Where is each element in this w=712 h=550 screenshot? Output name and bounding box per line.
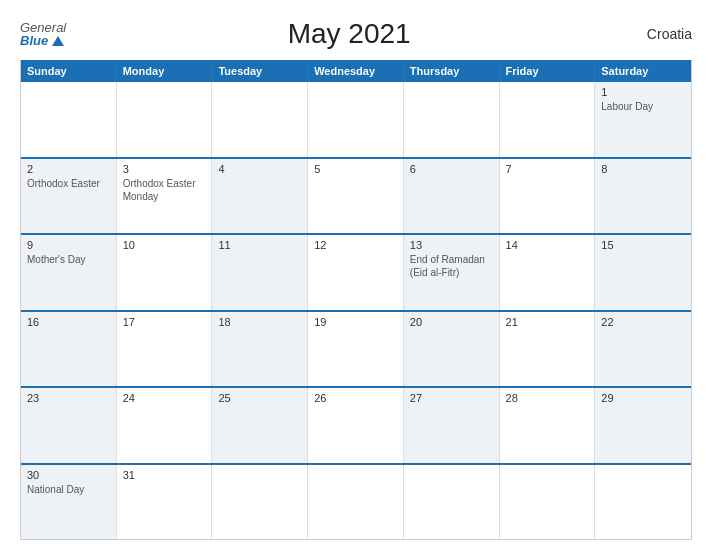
calendar-cell-r1-c2: 4 [212,159,308,234]
header-saturday: Saturday [595,60,691,82]
calendar-cell-r0-c6: 1Labour Day [595,82,691,157]
calendar-cell-r4-c3: 26 [308,388,404,463]
holiday-label: National Day [27,484,84,495]
page: General Blue May 2021 Croatia Sunday Mon… [0,0,712,550]
day-number: 3 [123,163,206,175]
day-number: 5 [314,163,397,175]
calendar-cell-r1-c6: 8 [595,159,691,234]
day-number: 27 [410,392,493,404]
day-number: 9 [27,239,110,251]
calendar-cell-r0-c0 [21,82,117,157]
day-number: 7 [506,163,589,175]
day-number: 18 [218,316,301,328]
day-number: 23 [27,392,110,404]
day-number: 6 [410,163,493,175]
holiday-label: Mother's Day [27,254,86,265]
day-number: 10 [123,239,206,251]
calendar-cell-r3-c6: 22 [595,312,691,387]
day-number: 31 [123,469,206,481]
calendar-cell-r3-c4: 20 [404,312,500,387]
calendar-cell-r5-c3 [308,465,404,540]
calendar-row-0: 1Labour Day [21,82,691,157]
day-number: 19 [314,316,397,328]
calendar-row-1: 2Orthodox Easter3Orthodox Easter Monday4… [21,157,691,234]
calendar-cell-r3-c0: 16 [21,312,117,387]
header-wednesday: Wednesday [308,60,404,82]
logo: General Blue [20,21,66,47]
header-tuesday: Tuesday [212,60,308,82]
calendar-title: May 2021 [66,18,632,50]
header: General Blue May 2021 Croatia [20,18,692,50]
calendar-cell-r1-c1: 3Orthodox Easter Monday [117,159,213,234]
day-number: 30 [27,469,110,481]
day-number: 28 [506,392,589,404]
calendar-cell-r5-c4 [404,465,500,540]
day-number: 16 [27,316,110,328]
calendar-row-2: 9Mother's Day10111213End of Ramadan (Eid… [21,233,691,310]
calendar-cell-r3-c5: 21 [500,312,596,387]
header-friday: Friday [500,60,596,82]
calendar-cell-r2-c4: 13End of Ramadan (Eid al-Fitr) [404,235,500,310]
day-number: 2 [27,163,110,175]
calendar-row-5: 30National Day31 [21,463,691,540]
header-monday: Monday [117,60,213,82]
holiday-label: Labour Day [601,101,653,112]
day-number: 29 [601,392,685,404]
day-number: 24 [123,392,206,404]
calendar-cell-r4-c2: 25 [212,388,308,463]
day-number: 20 [410,316,493,328]
holiday-label: Orthodox Easter [27,178,100,189]
calendar-cell-r4-c5: 28 [500,388,596,463]
day-number: 1 [601,86,685,98]
calendar-cell-r0-c2 [212,82,308,157]
calendar: Sunday Monday Tuesday Wednesday Thursday… [20,60,692,540]
day-number: 13 [410,239,493,251]
day-number: 12 [314,239,397,251]
calendar-cell-r1-c3: 5 [308,159,404,234]
calendar-cell-r2-c6: 15 [595,235,691,310]
calendar-cell-r1-c4: 6 [404,159,500,234]
holiday-label: Orthodox Easter Monday [123,178,196,202]
calendar-cell-r1-c5: 7 [500,159,596,234]
day-number: 14 [506,239,589,251]
day-number: 11 [218,239,301,251]
header-thursday: Thursday [404,60,500,82]
calendar-cell-r5-c1: 31 [117,465,213,540]
calendar-cell-r0-c1 [117,82,213,157]
calendar-cell-r2-c1: 10 [117,235,213,310]
calendar-cell-r5-c2 [212,465,308,540]
calendar-cell-r0-c5 [500,82,596,157]
logo-blue-text: Blue [20,34,64,47]
calendar-cell-r2-c2: 11 [212,235,308,310]
day-number: 4 [218,163,301,175]
calendar-cell-r4-c0: 23 [21,388,117,463]
calendar-cell-r3-c3: 19 [308,312,404,387]
calendar-cell-r2-c5: 14 [500,235,596,310]
day-number: 26 [314,392,397,404]
calendar-cell-r0-c4 [404,82,500,157]
day-number: 15 [601,239,685,251]
day-number: 8 [601,163,685,175]
calendar-cell-r3-c1: 17 [117,312,213,387]
calendar-cell-r5-c5 [500,465,596,540]
day-number: 17 [123,316,206,328]
holiday-label: End of Ramadan (Eid al-Fitr) [410,254,485,278]
day-number: 25 [218,392,301,404]
calendar-cell-r0-c3 [308,82,404,157]
calendar-cell-r4-c6: 29 [595,388,691,463]
day-number: 22 [601,316,685,328]
calendar-cell-r2-c3: 12 [308,235,404,310]
calendar-cell-r2-c0: 9Mother's Day [21,235,117,310]
calendar-cell-r3-c2: 18 [212,312,308,387]
calendar-cell-r5-c6 [595,465,691,540]
logo-triangle-icon [52,36,64,46]
country-label: Croatia [632,26,692,42]
calendar-cell-r4-c4: 27 [404,388,500,463]
calendar-cell-r5-c0: 30National Day [21,465,117,540]
header-sunday: Sunday [21,60,117,82]
calendar-cell-r1-c0: 2Orthodox Easter [21,159,117,234]
calendar-cell-r4-c1: 24 [117,388,213,463]
calendar-body: 1Labour Day2Orthodox Easter3Orthodox Eas… [21,82,691,539]
calendar-row-3: 16171819202122 [21,310,691,387]
calendar-row-4: 23242526272829 [21,386,691,463]
